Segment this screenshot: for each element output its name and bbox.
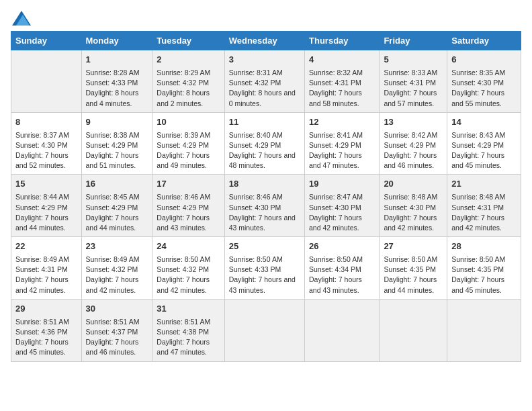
sunset-text: Sunset: 4:35 PM	[384, 265, 436, 273]
sunset-text: Sunset: 4:38 PM	[157, 328, 209, 336]
col-header-friday: Friday	[380, 32, 447, 50]
calendar-cell: 29Sunrise: 8:51 AMSunset: 4:36 PMDayligh…	[11, 299, 82, 361]
sunrise-text: Sunrise: 8:44 AM	[15, 193, 69, 201]
col-header-saturday: Saturday	[447, 32, 521, 50]
sunset-text: Sunset: 4:30 PM	[229, 203, 281, 212]
day-number: 14	[451, 116, 517, 129]
calendar-week-row: 29Sunrise: 8:51 AMSunset: 4:36 PMDayligh…	[11, 299, 521, 361]
sunset-text: Sunset: 4:36 PM	[15, 328, 68, 336]
day-number: 11	[229, 116, 300, 129]
sunrise-text: Sunrise: 8:41 AM	[309, 131, 363, 139]
day-number: 9	[86, 116, 148, 129]
daylight-text: Daylight: 7 hours and 42 minutes.	[15, 275, 69, 293]
day-number: 29	[15, 303, 77, 316]
daylight-text: Daylight: 7 hours and 51 minutes.	[86, 151, 139, 169]
day-number: 18	[229, 178, 300, 191]
day-number: 24	[157, 240, 220, 253]
day-number: 12	[309, 116, 375, 129]
sunset-text: Sunset: 4:31 PM	[451, 203, 504, 212]
day-number: 15	[15, 178, 77, 191]
sunrise-text: Sunrise: 8:32 AM	[309, 68, 363, 77]
col-header-thursday: Thursday	[305, 32, 380, 50]
calendar-cell: 28Sunrise: 8:50 AMSunset: 4:35 PMDayligh…	[447, 237, 521, 300]
col-header-tuesday: Tuesday	[152, 32, 224, 50]
calendar-cell: 19Sunrise: 8:47 AMSunset: 4:30 PMDayligh…	[305, 175, 380, 237]
sunrise-text: Sunrise: 8:43 AM	[451, 131, 505, 139]
sunrise-text: Sunrise: 8:29 AM	[157, 68, 210, 77]
sunrise-text: Sunrise: 8:48 AM	[384, 193, 437, 201]
calendar-cell: 17Sunrise: 8:46 AMSunset: 4:29 PMDayligh…	[152, 175, 224, 237]
sunrise-text: Sunrise: 8:42 AM	[384, 131, 437, 139]
sunset-text: Sunset: 4:29 PM	[229, 141, 281, 149]
col-header-monday: Monday	[81, 32, 152, 50]
calendar-cell: 12Sunrise: 8:41 AMSunset: 4:29 PMDayligh…	[305, 112, 380, 175]
daylight-text: Daylight: 7 hours and 55 minutes.	[451, 89, 504, 107]
daylight-text: Daylight: 7 hours and 45 minutes.	[451, 151, 504, 169]
daylight-text: Daylight: 7 hours and 47 minutes.	[309, 151, 362, 169]
sunset-text: Sunset: 4:35 PM	[451, 265, 504, 273]
sunset-text: Sunset: 4:29 PM	[86, 141, 138, 149]
calendar-cell: 15Sunrise: 8:44 AMSunset: 4:29 PMDayligh…	[11, 175, 82, 237]
calendar-cell: 24Sunrise: 8:50 AMSunset: 4:32 PMDayligh…	[152, 237, 224, 300]
sunrise-text: Sunrise: 8:50 AM	[309, 255, 363, 263]
sunset-text: Sunset: 4:32 PM	[86, 265, 138, 273]
sunrise-text: Sunrise: 8:50 AM	[229, 255, 283, 263]
calendar-cell: 11Sunrise: 8:40 AMSunset: 4:29 PMDayligh…	[224, 112, 304, 175]
daylight-text: Daylight: 7 hours and 42 minutes.	[309, 214, 362, 232]
day-number: 8	[15, 116, 77, 129]
sunset-text: Sunset: 4:32 PM	[157, 79, 209, 87]
calendar-body: 1Sunrise: 8:28 AMSunset: 4:33 PMDaylight…	[11, 50, 521, 362]
day-number: 1	[86, 54, 148, 66]
daylight-text: Daylight: 7 hours and 58 minutes.	[309, 89, 362, 107]
day-number: 21	[451, 178, 517, 191]
calendar-table: SundayMondayTuesdayWednesdayThursdayFrid…	[11, 31, 521, 362]
sunset-text: Sunset: 4:30 PM	[309, 203, 361, 212]
sunrise-text: Sunrise: 8:45 AM	[86, 193, 140, 201]
sunrise-text: Sunrise: 8:33 AM	[384, 68, 437, 77]
calendar-cell: 14Sunrise: 8:43 AMSunset: 4:29 PMDayligh…	[447, 112, 521, 175]
calendar-cell: 16Sunrise: 8:45 AMSunset: 4:29 PMDayligh…	[81, 175, 152, 237]
sunset-text: Sunset: 4:33 PM	[86, 79, 138, 87]
sunset-text: Sunset: 4:30 PM	[451, 79, 504, 87]
sunrise-text: Sunrise: 8:28 AM	[86, 68, 140, 77]
sunrise-text: Sunrise: 8:49 AM	[86, 255, 140, 263]
calendar-cell	[224, 299, 304, 361]
calendar-week-row: 8Sunrise: 8:37 AMSunset: 4:30 PMDaylight…	[11, 112, 521, 175]
calendar-cell: 3Sunrise: 8:31 AMSunset: 4:32 PMDaylight…	[224, 50, 304, 113]
sunrise-text: Sunrise: 8:47 AM	[309, 193, 363, 201]
sunrise-text: Sunrise: 8:37 AM	[15, 131, 69, 139]
calendar-cell: 20Sunrise: 8:48 AMSunset: 4:30 PMDayligh…	[380, 175, 447, 237]
sunset-text: Sunset: 4:29 PM	[15, 203, 68, 212]
calendar-cell	[305, 299, 380, 361]
sunset-text: Sunset: 4:32 PM	[229, 79, 281, 87]
day-number: 27	[384, 240, 443, 253]
daylight-text: Daylight: 7 hours and 43 minutes.	[229, 214, 296, 232]
day-number: 30	[86, 303, 148, 316]
sunset-text: Sunset: 4:31 PM	[384, 79, 436, 87]
day-number: 22	[15, 240, 77, 253]
calendar-cell: 18Sunrise: 8:46 AMSunset: 4:30 PMDayligh…	[224, 175, 304, 237]
sunrise-text: Sunrise: 8:48 AM	[451, 193, 505, 201]
day-number: 6	[451, 54, 517, 66]
sunrise-text: Sunrise: 8:38 AM	[86, 131, 140, 139]
calendar-cell: 25Sunrise: 8:50 AMSunset: 4:33 PMDayligh…	[224, 237, 304, 300]
calendar-cell: 27Sunrise: 8:50 AMSunset: 4:35 PMDayligh…	[380, 237, 447, 300]
sunset-text: Sunset: 4:31 PM	[309, 79, 361, 87]
day-number: 20	[384, 178, 443, 191]
daylight-text: Daylight: 7 hours and 42 minutes.	[86, 275, 139, 293]
calendar-cell: 10Sunrise: 8:39 AMSunset: 4:29 PMDayligh…	[152, 112, 224, 175]
calendar-cell: 6Sunrise: 8:35 AMSunset: 4:30 PMDaylight…	[447, 50, 521, 113]
day-number: 2	[157, 54, 220, 66]
calendar-cell: 22Sunrise: 8:49 AMSunset: 4:31 PMDayligh…	[11, 237, 82, 300]
calendar-cell: 4Sunrise: 8:32 AMSunset: 4:31 PMDaylight…	[305, 50, 380, 113]
sunrise-text: Sunrise: 8:50 AM	[157, 255, 210, 263]
logo	[11, 11, 34, 26]
daylight-text: Daylight: 7 hours and 52 minutes.	[15, 151, 69, 169]
sunset-text: Sunset: 4:29 PM	[86, 203, 138, 212]
calendar-cell: 8Sunrise: 8:37 AMSunset: 4:30 PMDaylight…	[11, 112, 82, 175]
sunset-text: Sunset: 4:29 PM	[157, 203, 209, 212]
daylight-text: Daylight: 7 hours and 43 minutes.	[157, 214, 210, 232]
sunrise-text: Sunrise: 8:46 AM	[229, 193, 283, 201]
daylight-text: Daylight: 7 hours and 47 minutes.	[157, 338, 210, 356]
col-header-wednesday: Wednesday	[224, 32, 304, 50]
